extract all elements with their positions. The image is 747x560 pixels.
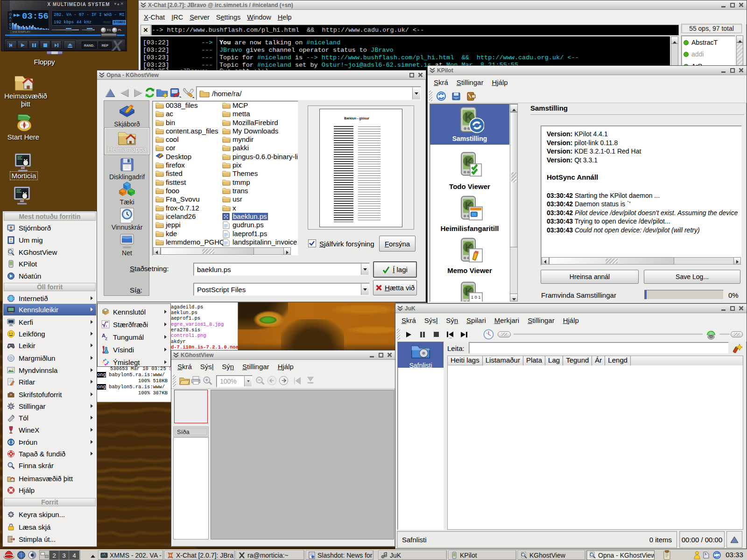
svg-text:0 1 1: 0 1 1 (471, 301, 481, 302)
svg-text:z: z (105, 336, 107, 341)
svg-text:x: x (105, 324, 107, 328)
svg-text:1 0 1: 1 0 1 (471, 295, 481, 300)
